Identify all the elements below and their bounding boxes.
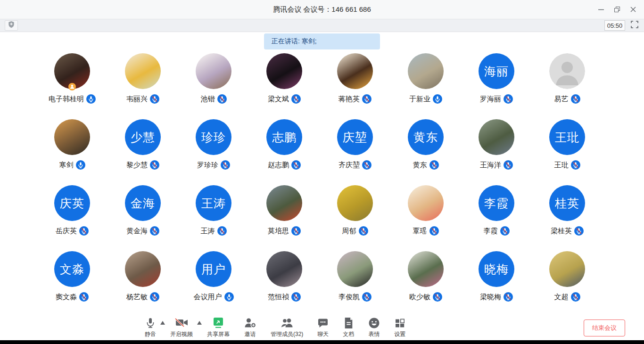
toolbar-item-share-screen[interactable]: 共享屏幕 — [200, 317, 237, 338]
toolbar-item-mute[interactable]: 静音 — [138, 317, 163, 338]
participant-avatar-initials: 李霞 — [479, 185, 514, 221]
participant-tile[interactable]: 覃瑶 — [390, 185, 461, 236]
participant-name: 李霞 — [484, 227, 498, 236]
participant-name: 梁桂英 — [551, 227, 572, 236]
participant-avatar-photo — [408, 53, 444, 89]
toolbar-item-label: 静音 — [145, 330, 156, 338]
participant-tile[interactable]: 韦丽兴 — [107, 53, 178, 104]
participant-name: 王玭 — [554, 161, 569, 170]
participant-name: 罗珍珍 — [197, 161, 218, 170]
toolbar-item-invite[interactable]: 邀请 — [237, 317, 264, 338]
microphone-muted-icon — [500, 226, 510, 236]
participant-tile[interactable]: 金海黄金海 — [107, 185, 178, 236]
participant-name: 会议用户 — [194, 293, 222, 302]
microphone-on-icon — [224, 292, 234, 302]
speaking-banner: 正在讲话: 寒剑; — [264, 33, 380, 49]
document-icon — [344, 317, 354, 329]
microphone-muted-icon — [429, 226, 439, 236]
security-shield-button[interactable] — [5, 20, 18, 31]
title-bar: 腾讯会议 会议号：146 661 686 — [0, 0, 644, 19]
microphone-muted-icon — [150, 160, 159, 170]
participant-tile[interactable]: 于新业 — [390, 53, 461, 104]
participant-tile[interactable]: 桂英梁桂英 — [532, 185, 603, 236]
participant-name: 杨艺敏 — [126, 293, 148, 302]
participant-tile[interactable]: 梁文斌 — [249, 53, 320, 104]
toolbar-item-label: 共享屏幕 — [207, 330, 230, 338]
minimize-button[interactable] — [593, 3, 609, 16]
participant-name: 周郁 — [342, 227, 356, 236]
fullscreen-button[interactable] — [630, 21, 639, 30]
share-screen-icon — [212, 317, 224, 329]
participant-avatar-initials: 海丽 — [479, 53, 514, 89]
participant-tile[interactable]: 寒剑 — [37, 119, 107, 170]
participant-avatar-photo — [125, 53, 161, 89]
participant-tile[interactable]: 周郁 — [320, 185, 390, 236]
toolbar-item-label: 表情 — [369, 330, 380, 338]
participant-avatar-initials: 黄东 — [408, 119, 444, 155]
participant-tile[interactable]: 少慧黎少慧 — [107, 119, 178, 170]
toolbar-item-emoji[interactable]: 表情 — [361, 317, 387, 338]
participant-avatar-initials: 志鹏 — [266, 119, 302, 155]
invite-icon — [244, 317, 256, 329]
toolbar-item-chat[interactable]: 聊天 — [310, 317, 336, 338]
participant-tile[interactable]: 用户会议用户 — [178, 251, 249, 302]
participant-tile[interactable]: 文超 — [532, 251, 603, 302]
participant-tile[interactable]: 王玭王玭 — [532, 119, 603, 170]
participant-name: 覃瑶 — [413, 227, 427, 236]
restore-button[interactable] — [609, 3, 625, 16]
participant-avatar-photo — [549, 251, 585, 287]
toolbar-item-members[interactable]: 管理成员(32) — [264, 317, 310, 338]
toolbar-item-camera[interactable]: 开启视频 — [163, 317, 200, 338]
microphone-muted-icon — [571, 160, 580, 170]
participant-tile[interactable]: 易艺 — [532, 53, 603, 104]
tencent-meeting-window: 腾讯会议 会议号：146 661 686 05:50 — [0, 0, 644, 344]
microphone-muted-icon — [362, 160, 372, 170]
participant-tile[interactable]: 池锴 — [178, 53, 249, 104]
participant-tile[interactable]: 晓梅梁晓梅 — [461, 251, 532, 302]
participant-name: 于新业 — [409, 95, 430, 104]
toolbar-item-label: 设置 — [394, 330, 405, 338]
participant-tile[interactable]: 王涛王涛 — [178, 185, 249, 236]
participant-tile[interactable]: 杨艺敏 — [107, 251, 178, 302]
participant-name: 黄金海 — [126, 227, 148, 236]
participant-tile[interactable]: 电子韩桂明 — [37, 53, 107, 104]
host-badge-icon — [68, 83, 76, 90]
participant-avatar-initials: 少慧 — [125, 119, 161, 155]
participant-avatar-photo — [196, 53, 231, 89]
participant-tile[interactable]: 黄东黄东 — [390, 119, 461, 170]
close-button[interactable] — [625, 3, 641, 16]
participant-avatar-initials: 文淼 — [54, 251, 90, 287]
participant-tile[interactable]: 珍珍罗珍珍 — [178, 119, 249, 170]
participant-avatar-initials: 晓梅 — [479, 251, 514, 287]
microphone-muted-icon — [150, 226, 159, 236]
participant-tile[interactable]: 志鹏赵志鹏 — [249, 119, 320, 170]
participant-tile[interactable]: 王海洋 — [461, 119, 532, 170]
participant-avatar-initials: 王玭 — [549, 119, 585, 155]
participant-tile[interactable]: 李俊凯 — [320, 251, 390, 302]
participant-tile[interactable]: 庆堃齐庆堃 — [320, 119, 390, 170]
toolbar-item-docs[interactable]: 文档 — [336, 317, 361, 338]
participant-tile[interactable]: 莫培思 — [249, 185, 320, 236]
end-meeting-button[interactable]: 结束会议 — [584, 319, 625, 336]
settings-icon — [394, 317, 405, 329]
participant-tile[interactable]: 范恒祯 — [249, 251, 320, 302]
participant-avatar-photo — [337, 185, 373, 221]
bottom-edge-strip — [0, 340, 644, 344]
participant-name: 窦文淼 — [56, 293, 77, 302]
microphone-on-icon — [433, 94, 442, 104]
participant-avatar-initials: 金海 — [125, 185, 161, 221]
participants-area: 正在讲话: 寒剑; 电子韩桂明韦丽兴池锴梁文斌蒋艳英于新业海丽罗海丽易艺寒剑少慧… — [0, 32, 644, 315]
participant-tile[interactable]: 李霞李霞 — [461, 185, 532, 236]
participant-tile[interactable]: 庆英岳庆英 — [37, 185, 107, 236]
participant-avatar-photo — [337, 251, 373, 287]
toolbar-item-settings[interactable]: 设置 — [387, 317, 413, 338]
microphone-muted-icon — [362, 292, 372, 302]
participant-tile[interactable]: 欧少敏 — [390, 251, 461, 302]
participant-tile[interactable]: 文淼窦文淼 — [37, 251, 107, 302]
chat-icon — [317, 317, 329, 329]
participant-name: 梁晓梅 — [480, 293, 501, 302]
window-controls — [593, 0, 641, 19]
participant-tile[interactable]: 海丽罗海丽 — [461, 53, 532, 104]
participant-tile[interactable]: 蒋艳英 — [320, 53, 390, 104]
microphone-muted-icon — [359, 226, 368, 236]
